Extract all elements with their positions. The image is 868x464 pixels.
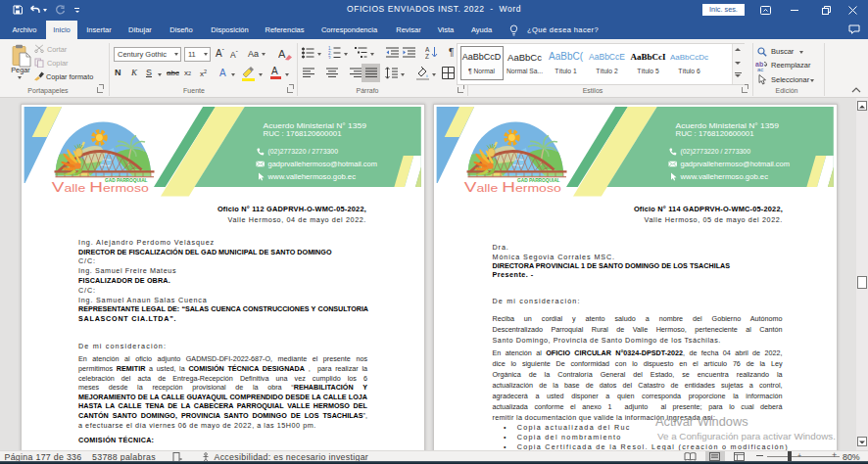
svg-text:ac: ac [757, 67, 763, 71]
svg-text:3.: 3. [328, 56, 332, 60]
svg-text:Z: Z [425, 53, 429, 59]
svg-text:A: A [278, 48, 286, 60]
svg-text:A: A [425, 46, 430, 53]
